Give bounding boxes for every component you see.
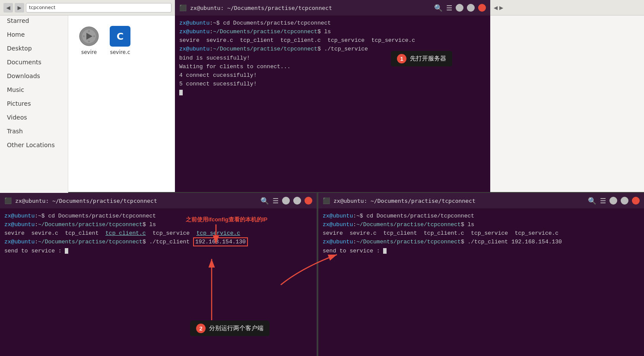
nav-back-button[interactable]: ◀ xyxy=(3,3,13,13)
annotation-2-text: 分别运行两个客户端 xyxy=(209,324,263,332)
sidebar-item-downloads[interactable]: Downloads xyxy=(0,69,68,83)
file-icon-sevire[interactable]: sevire xyxy=(79,26,99,182)
executable-icon xyxy=(79,26,99,47)
terminal-title-bl: zx@ubuntu: ~/Documents/practise/tcpconne… xyxy=(15,198,157,204)
menu-button-br[interactable]: ☰ xyxy=(600,197,606,205)
maximize-button-bl[interactable] xyxy=(293,197,301,205)
terminal-br-content: zx@ubuntu:~$ cd Documents/practise/tcpco… xyxy=(318,208,644,356)
search-button-top[interactable]: 🔍 xyxy=(434,4,443,12)
sidebar-item-desktop[interactable]: Desktop xyxy=(0,41,68,55)
svg-rect-3 xyxy=(93,35,95,37)
sidebar-item-home[interactable]: Home xyxy=(0,28,68,41)
file-label-sevire-c: sevire.c xyxy=(110,49,130,55)
annotation-number-2: 2 xyxy=(196,324,206,333)
sidebar-item-trash[interactable]: Trash xyxy=(0,124,68,138)
sidebar-item-pictures[interactable]: Pictures xyxy=(0,97,68,110)
svg-rect-5 xyxy=(88,41,90,42)
terminal-icon-top: ⬛ xyxy=(179,4,187,11)
minimize-button-bl[interactable] xyxy=(282,197,290,205)
cursor-br xyxy=(383,248,387,254)
location-bar[interactable]: tcpconnect xyxy=(26,3,171,13)
search-button-br[interactable]: 🔍 xyxy=(588,197,596,205)
svg-rect-2 xyxy=(83,35,85,37)
sidebar-item-music[interactable]: Music xyxy=(0,83,68,97)
terminal-top-content: zx@ubuntu:~$ cd Documents/practise/tcpco… xyxy=(175,16,490,192)
terminal-top: ⬛ zx@ubuntu: ~/Documents/practise/tcpcon… xyxy=(175,0,490,192)
terminal-top-titlebar: ⬛ zx@ubuntu: ~/Documents/practise/tcpcon… xyxy=(175,0,490,16)
titlebar-left-br: ⬛ zx@ubuntu: ~/Documents/practise/tcpcon… xyxy=(323,197,476,204)
sidebar-item-starred[interactable]: Starred xyxy=(0,14,68,28)
annotation-2-bubble: 2 分别运行两个客户端 xyxy=(190,321,270,336)
terminal-br-titlebar: ⬛ zx@ubuntu: ~/Documents/practise/tcpcon… xyxy=(318,193,644,208)
minimize-button-br[interactable] xyxy=(609,197,617,205)
terminal-bottom-right: ⬛ zx@ubuntu: ~/Documents/practise/tcpcon… xyxy=(318,193,644,356)
annotation-number-1: 1 xyxy=(397,54,406,63)
file-manager-topbar: ◀ ▶ tcpconnect xyxy=(0,0,175,16)
titlebar-controls-top: 🔍 ☰ xyxy=(434,4,486,12)
titlebar-left-top: ⬛ zx@ubuntu: ~/Documents/practise/tcpcon… xyxy=(179,4,332,11)
file-icon-sevire-c[interactable]: C sevire.c xyxy=(110,26,130,182)
terminal-bl-titlebar: ⬛ zx@ubuntu: ~/Documents/practise/tcpcon… xyxy=(0,193,317,208)
sidebar-item-videos[interactable]: Videos xyxy=(0,110,68,124)
terminal-icon-br: ⬛ xyxy=(323,197,330,204)
sidebar-item-documents[interactable]: Documents xyxy=(0,55,68,69)
file-manager-partial-right: ◀ ▶ xyxy=(490,0,644,192)
close-button-top[interactable] xyxy=(478,4,486,12)
titlebar-controls-br: 🔍 ☰ xyxy=(588,197,640,205)
annotation-1-bubble: 1 先打开服务器 xyxy=(391,51,452,66)
file-manager-files-area: sevire C sevire.c xyxy=(68,16,175,192)
titlebar-controls-bl: 🔍 ☰ xyxy=(260,197,312,205)
close-button-br[interactable] xyxy=(632,197,640,205)
annotation-ifconfig-text: 之前使用ifconfig查看的本机的IP xyxy=(186,216,267,224)
cursor-top xyxy=(179,90,183,95)
titlebar-left-bl: ⬛ zx@ubuntu: ~/Documents/practise/tcpcon… xyxy=(4,197,157,204)
terminal-icon-bl: ⬛ xyxy=(4,197,12,204)
maximize-button-top[interactable] xyxy=(467,4,475,12)
minimize-button-top[interactable] xyxy=(456,4,463,12)
svg-rect-4 xyxy=(88,30,90,32)
annotation-1-text: 先打开服务器 xyxy=(410,55,446,63)
close-button-bl[interactable] xyxy=(305,197,312,205)
menu-button-top[interactable]: ☰ xyxy=(446,4,452,12)
terminal-title-top: zx@ubuntu: ~/Documents/practise/tcpconne… xyxy=(190,5,332,11)
nav-forward-button[interactable]: ▶ xyxy=(15,3,24,13)
search-button-bl[interactable]: 🔍 xyxy=(260,197,269,205)
c-source-icon: C xyxy=(110,26,130,47)
cursor-bl xyxy=(65,248,68,254)
sidebar-item-other-locations[interactable]: Other Locations xyxy=(0,138,68,152)
terminal-title-br: zx@ubuntu: ~/Documents/practise/tcpconne… xyxy=(333,198,476,204)
menu-button-bl[interactable]: ☰ xyxy=(273,197,279,205)
maximize-button-br[interactable] xyxy=(621,197,628,205)
file-label-sevire: sevire xyxy=(81,49,97,55)
